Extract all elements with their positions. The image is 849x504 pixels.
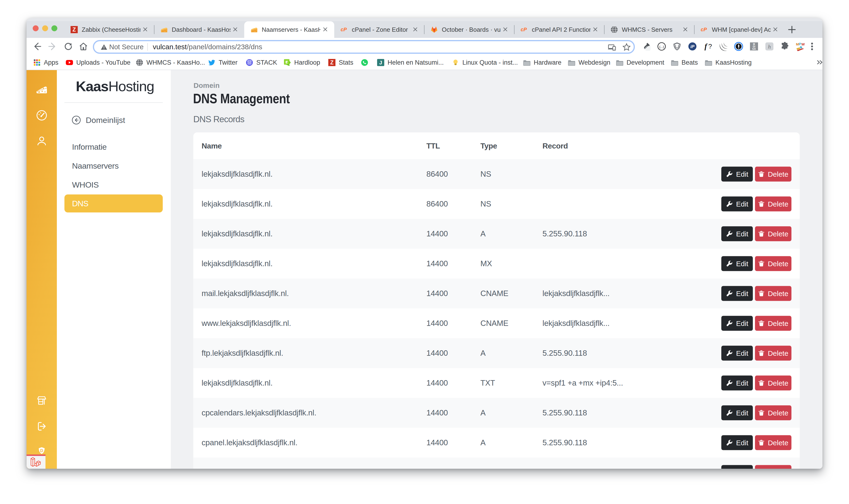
svg-text:f: f xyxy=(704,42,708,51)
svg-text:?: ? xyxy=(708,43,712,50)
svg-text:cP: cP xyxy=(521,27,527,33)
svg-text:iP: iP xyxy=(690,44,694,49)
svg-text:Z: Z xyxy=(330,59,333,66)
svg-text:M: M xyxy=(796,42,799,46)
svg-text:{...}: {...} xyxy=(659,45,664,49)
svg-text:W: W xyxy=(801,42,805,46)
svg-text:GA: GA xyxy=(752,48,756,50)
svg-text:J: J xyxy=(379,60,382,66)
svg-text:D: D xyxy=(40,448,43,453)
svg-text:cP: cP xyxy=(701,27,707,33)
svg-text:Z: Z xyxy=(72,26,76,33)
svg-text:cP: cP xyxy=(341,27,347,33)
svg-text:h: h xyxy=(768,43,771,50)
svg-text:P: P xyxy=(799,42,801,46)
